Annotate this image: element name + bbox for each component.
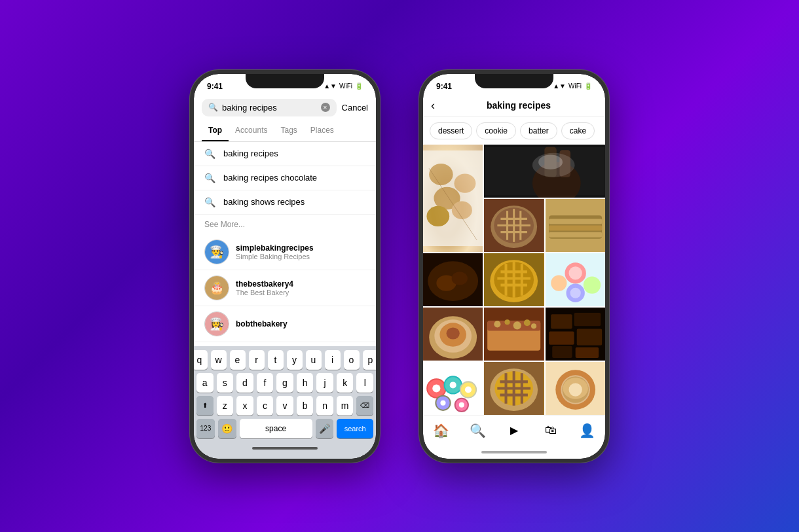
svg-point-69 — [432, 384, 440, 392]
key-g[interactable]: g — [276, 373, 293, 393]
key-k[interactable]: k — [337, 373, 354, 393]
key-z[interactable]: z — [217, 396, 234, 416]
svg-point-73 — [465, 386, 472, 393]
key-r[interactable]: r — [249, 350, 265, 370]
key-v[interactable]: v — [276, 396, 293, 416]
nav-shop[interactable]: 🛍 — [538, 421, 564, 440]
key-a[interactable]: a — [196, 373, 214, 393]
phone-search: 9:41 ▲▼ WiFi 🔋 🔍 baking recipes ✕ Cancel… — [190, 70, 380, 463]
result-text-3: baking shows recipes — [223, 197, 305, 207]
food-image-brown-pie — [423, 308, 483, 361]
key-space[interactable]: space — [240, 419, 312, 438]
food-image-bread — [546, 199, 605, 252]
nav-reels[interactable]: ▶ — [501, 421, 527, 440]
grid-cell-8[interactable] — [423, 308, 483, 361]
svg-point-46 — [583, 276, 600, 293]
key-p[interactable]: p — [363, 350, 377, 370]
key-m[interactable]: m — [337, 396, 354, 416]
key-t[interactable]: t — [268, 350, 284, 370]
key-f[interactable]: f — [257, 373, 274, 393]
results-title: baking recipes — [440, 100, 597, 111]
kb-row-3: ⬆ z x c v b n m ⌫ — [196, 396, 373, 416]
back-button[interactable]: ‹ — [431, 99, 435, 113]
chip-dessert[interactable]: dessert — [430, 122, 472, 139]
search-bar[interactable]: 🔍 baking recipes ✕ — [202, 99, 337, 116]
key-l[interactable]: l — [356, 373, 373, 393]
phone2-screen: 9:41 ▲▼ WiFi 🔋 ‹ baking recipes dessert … — [423, 74, 605, 459]
key-s[interactable]: s — [217, 373, 234, 393]
account-item-2[interactable]: 🎂 thebestbakery4 The Best Bakery — [194, 270, 376, 306]
search-input[interactable]: baking recipes — [222, 103, 317, 113]
svg-point-42 — [568, 266, 582, 279]
grid-cell-7[interactable] — [546, 253, 605, 306]
result-item[interactable]: 🔍 baking recipes — [194, 142, 376, 166]
key-q[interactable]: q — [194, 350, 208, 370]
nav-profile[interactable]: 👤 — [574, 421, 600, 440]
phone1-screen: 9:41 ▲▼ WiFi 🔋 🔍 baking recipes ✕ Cancel… — [194, 74, 376, 459]
key-j[interactable]: j — [316, 373, 333, 393]
nav-home[interactable]: 🏠 — [428, 421, 455, 440]
grid-cell-2[interactable] — [484, 145, 605, 198]
result-item-2[interactable]: 🔍 baking recipes chocolate — [194, 166, 376, 190]
key-x[interactable]: x — [236, 396, 253, 416]
key-o[interactable]: o — [344, 350, 360, 370]
key-emoji[interactable]: 🙂 — [218, 419, 236, 438]
key-c[interactable]: c — [257, 396, 274, 416]
grid-cell-12[interactable] — [484, 362, 544, 415]
food-image-cookies — [423, 145, 483, 252]
nav-search[interactable]: 🔍 — [464, 421, 491, 440]
tab-accounts[interactable]: Accounts — [229, 120, 274, 141]
result-item-3[interactable]: 🔍 baking shows recipes — [194, 190, 376, 215]
svg-point-57 — [513, 321, 521, 329]
key-w[interactable]: w — [211, 350, 227, 370]
tab-places[interactable]: Places — [304, 120, 341, 141]
account-item-1[interactable]: 👨‍🍳 simplebakingrecipes Simple Baking Re… — [194, 234, 376, 270]
grid-cell-11[interactable] — [423, 362, 483, 415]
key-delete[interactable]: ⌫ — [356, 396, 373, 416]
key-y[interactable]: y — [287, 350, 303, 370]
food-image-powder — [484, 145, 605, 198]
grid-cell-4[interactable] — [546, 199, 605, 252]
key-e[interactable]: e — [230, 350, 246, 370]
see-more-link[interactable]: See More... — [194, 215, 376, 234]
chip-batter[interactable]: batter — [520, 122, 557, 139]
grid-cell-1[interactable] — [423, 145, 483, 252]
chip-cookie[interactable]: cookie — [476, 122, 516, 139]
key-b[interactable]: b — [297, 396, 314, 416]
grid-cell-3[interactable] — [484, 199, 544, 252]
svg-rect-65 — [552, 346, 572, 357]
tab-tags[interactable]: Tags — [274, 120, 303, 141]
account-item-3[interactable]: 👩‍🍳 bobthebakery — [194, 306, 376, 342]
grid-cell-5[interactable] — [423, 253, 483, 306]
keyboard[interactable]: q w e r t y u i o p a s d f g h — [194, 346, 376, 459]
bottom-nav: 🏠 🔍 ▶ 🛍 👤 — [423, 415, 605, 446]
svg-point-77 — [459, 402, 464, 407]
svg-point-75 — [440, 400, 445, 405]
key-123[interactable]: 123 — [196, 419, 215, 438]
key-h[interactable]: h — [297, 373, 314, 393]
svg-point-5 — [426, 205, 449, 226]
tab-top[interactable]: Top — [202, 120, 229, 141]
search-result-icon-1: 🔍 — [204, 149, 215, 159]
chip-cake[interactable]: cake — [561, 122, 595, 139]
grid-cell-9[interactable] — [484, 308, 544, 361]
svg-point-58 — [524, 319, 530, 326]
key-u[interactable]: u — [306, 350, 322, 370]
cancel-button[interactable]: Cancel — [342, 103, 368, 113]
key-shift[interactable]: ⬆ — [196, 396, 214, 416]
search-icon: 🔍 — [208, 103, 218, 112]
key-d[interactable]: d — [236, 373, 253, 393]
svg-rect-25 — [549, 225, 602, 230]
svg-point-92 — [568, 383, 582, 396]
search-header: 🔍 baking recipes ✕ Cancel — [194, 95, 376, 120]
key-i[interactable]: i — [325, 350, 341, 370]
grid-cell-13[interactable] — [546, 362, 605, 415]
key-n[interactable]: n — [316, 396, 333, 416]
status-time-1: 9:41 — [207, 82, 223, 91]
key-search[interactable]: search — [337, 419, 373, 438]
account-fullname-1: Simple Baking Recipes — [236, 253, 314, 260]
search-clear-button[interactable]: ✕ — [321, 103, 330, 112]
grid-cell-6[interactable] — [484, 253, 544, 306]
key-mic[interactable]: 🎤 — [316, 419, 334, 438]
grid-cell-10[interactable] — [546, 308, 605, 361]
